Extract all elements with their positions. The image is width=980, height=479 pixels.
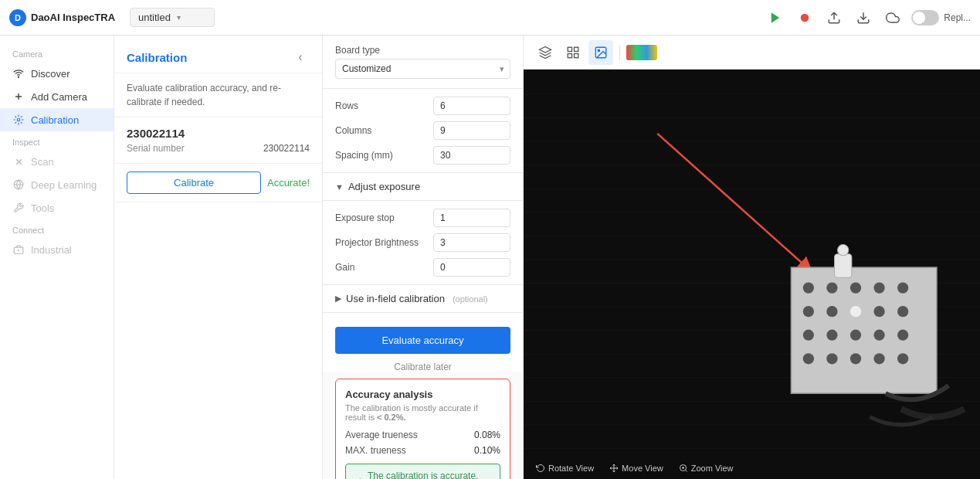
gain-input[interactable] [433,258,510,277]
sidebar-item-add-camera[interactable]: Add Camera [0,85,114,108]
sidebar-item-industrial[interactable]: Industrial [0,238,114,261]
sidebar-item-calibration[interactable]: Calibration [0,108,114,131]
rows-label: Rows [335,100,358,111]
exposure-stop-input[interactable] [433,209,510,227]
serial-label: Serial number [127,143,185,154]
average-trueness-row: Average trueness 0.08% [345,430,500,440]
svg-point-61 [850,306,861,317]
discover-label: Discover [31,68,70,80]
max-trueness-label: MAX. trueness [345,445,406,456]
svg-line-65 [685,470,687,471]
tools-icon [12,202,25,214]
svg-point-54 [873,330,884,341]
calibrate-later-label[interactable]: Calibrate later [323,362,523,372]
svg-point-4 [18,76,19,77]
evaluate-section: Evaluate accuracy Calibrate later [323,313,523,372]
columns-input[interactable] [433,121,510,140]
scan-label: Scan [31,156,54,168]
svg-point-48 [826,306,837,317]
device-serial: Serial number 230022114 [127,143,310,154]
sidebar-section-connect: Connect [0,219,114,238]
panel-collapse-button[interactable]: ‹ [291,48,310,66]
sidebar-item-discover[interactable]: Discover [0,62,114,85]
svg-rect-16 [575,47,578,51]
sidebar-item-deep-learning[interactable]: Deep Learning [0,173,114,196]
image-panel: Rotate View Move View Zoom View [524,36,980,479]
board-type-section: Board type Customized [323,36,523,89]
x-icon [12,155,25,168]
toggle-switch[interactable] [911,10,939,25]
exposure-stop-label: Exposure stop [335,212,395,223]
max-trueness-value: 0.10% [474,445,500,456]
calibrate-row: Calibrate Accurate! [114,164,322,202]
sidebar-item-tools[interactable]: Tools [0,196,114,219]
board-type-label: Board type [335,45,510,56]
adjust-exposure-label: Adjust exposure [348,181,420,192]
download-button[interactable] [853,7,874,29]
grid-view-button[interactable] [561,40,585,65]
toggle-area: Repl... [911,10,971,25]
bottom-controls: Rotate View Move View Zoom View [524,457,980,479]
accuracy-success-message: ✓ The calibration is accurate, camera is… [345,464,500,479]
evaluate-accuracy-button[interactable]: Evaluate accuracy [335,327,510,354]
calibrate-button[interactable]: Calibrate [127,172,261,194]
projector-brightness-label: Projector Brightness [335,237,419,248]
image-view-button[interactable] [588,40,613,65]
device-section: 230022114 Serial number 230022114 [114,117,322,164]
svg-point-45 [873,282,884,293]
top-bar: D DaoAI InspecTRA untitled ▾ Repl... [0,0,980,36]
tools-label: Tools [31,202,54,214]
toggle-knob [913,12,925,24]
wifi-icon [12,67,25,80]
calibration-icon [12,114,25,126]
board-type-select-wrap: Customized [335,59,510,79]
rotate-view-control[interactable]: Rotate View [536,464,594,473]
upload-button[interactable] [823,7,845,29]
zoom-view-label: Zoom View [691,464,734,473]
svg-point-47 [803,306,814,317]
play-button[interactable] [765,7,786,29]
adjust-exposure-content: Exposure stop Projector Brightness Gain [323,201,523,285]
svg-point-53 [850,330,861,341]
average-trueness-label: Average trueness [345,430,418,440]
svg-point-51 [803,330,814,341]
panel-header: Calibration ‹ [114,36,322,73]
rows-input[interactable] [433,97,510,115]
deep-learning-label: Deep Learning [31,179,97,191]
3d-view-button[interactable] [533,40,558,65]
record-button[interactable] [794,7,816,29]
grid-settings-section: Rows Columns Spacing (mm) [323,89,523,173]
rotate-view-label: Rotate View [548,464,594,473]
svg-point-49 [873,306,884,317]
success-text: The calibration is accurate, camera is r… [368,471,492,479]
board-type-select[interactable]: Customized [335,59,510,79]
spacing-label: Spacing (mm) [335,150,393,161]
sidebar-item-scan[interactable]: Scan [0,150,114,173]
content-panel: Calibration ‹ Evaluate calibration accur… [114,36,323,479]
collapse-arrow-icon: ▼ [335,182,344,192]
max-trueness-row: MAX. trueness 0.10% [345,445,500,456]
in-field-toggle[interactable]: ▶ Use in-field calibration (optional) [323,285,523,313]
move-view-control[interactable]: Move View [609,464,663,473]
svg-marker-0 [771,12,780,23]
adjust-exposure-toggle[interactable]: ▼ Adjust exposure [323,173,523,201]
cloud-button[interactable] [882,7,904,29]
svg-rect-18 [575,53,578,57]
app-logo-icon: D [9,9,26,26]
svg-point-7 [17,118,20,121]
color-bar-button[interactable] [626,45,657,60]
device-id: 230022114 [127,127,310,140]
toolbar-divider [619,45,620,60]
chevron-down-icon: ▾ [177,13,181,22]
zoom-view-control[interactable]: Zoom View [679,464,734,473]
title-dropdown[interactable]: untitled ▾ [130,8,215,27]
plus-icon [12,90,25,103]
title-value: untitled [138,12,171,23]
projector-brightness-input[interactable] [433,233,510,252]
svg-point-60 [897,353,908,364]
svg-rect-17 [568,53,571,57]
spacing-input[interactable] [433,146,510,165]
projector-brightness-row: Projector Brightness [335,233,510,252]
in-field-optional: (optional) [453,294,488,304]
svg-point-20 [598,49,599,51]
